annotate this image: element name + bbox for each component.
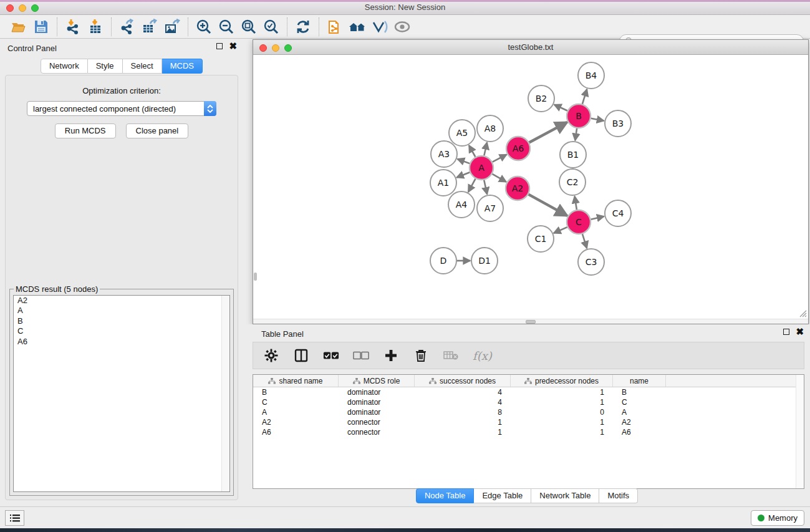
graph-node-A1[interactable]: A1 xyxy=(430,170,456,196)
graph-node-C[interactable]: C xyxy=(567,210,591,234)
zoom-fit-icon[interactable] xyxy=(238,17,260,37)
cell-successor-nodes[interactable]: 4 xyxy=(415,388,511,397)
column-header-predecessor-nodes[interactable]: predecessor nodes xyxy=(511,375,613,387)
export-table-icon[interactable] xyxy=(138,17,161,37)
result-item[interactable]: A6 xyxy=(14,337,229,347)
graph-edge-B-B2[interactable] xyxy=(554,105,567,111)
cell-predecessor-nodes[interactable]: 1 xyxy=(511,398,613,407)
result-list-scrollbar[interactable] xyxy=(221,296,229,491)
graph-node-B3[interactable]: B3 xyxy=(605,110,631,137)
criterion-dropdown[interactable]: largest connected component (directed) xyxy=(27,101,216,116)
graph-edge-A-A7[interactable] xyxy=(484,180,487,195)
column-header-MCDS-role[interactable]: MCDS role xyxy=(339,375,415,387)
table-row[interactable]: A2connector11A2 xyxy=(253,417,804,427)
float-panel-icon[interactable] xyxy=(216,43,223,49)
cell-name[interactable]: A6 xyxy=(613,428,666,437)
result-item[interactable]: B xyxy=(14,316,229,326)
close-panel-button[interactable]: Close panel xyxy=(126,123,189,138)
hide-graphics-icon[interactable] xyxy=(369,17,391,37)
run-mcds-button[interactable]: Run MCDS xyxy=(55,123,116,138)
table-row[interactable]: A6connector11A6 xyxy=(253,427,804,437)
cell-MCDS-role[interactable]: connector xyxy=(339,428,415,437)
network-hscrollbar[interactable] xyxy=(253,319,808,324)
mcds-result-list[interactable]: A2ABCA6 xyxy=(13,295,230,492)
tab-network-table[interactable]: Network Table xyxy=(531,488,599,503)
tab-network[interactable]: Network xyxy=(41,59,88,74)
result-item[interactable]: A2 xyxy=(14,296,229,306)
graph-edge-A-A8[interactable] xyxy=(484,142,487,155)
delete-column-icon[interactable] xyxy=(413,347,429,364)
table-row[interactable]: Cdominator41C xyxy=(253,397,804,407)
tab-node-table[interactable]: Node Table xyxy=(416,488,475,503)
apply-layout-icon[interactable] xyxy=(292,17,314,37)
deselect-all-icon[interactable] xyxy=(353,347,369,364)
cell-predecessor-nodes[interactable]: 1 xyxy=(511,428,613,437)
settings-gear-icon[interactable] xyxy=(263,347,279,364)
cell-shared-name[interactable]: A2 xyxy=(253,418,339,427)
cell-shared-name[interactable]: B xyxy=(253,388,339,397)
export-image-icon[interactable] xyxy=(161,17,183,37)
tab-mcds[interactable]: MCDS xyxy=(162,59,203,74)
graph-edge-A-A5[interactable] xyxy=(469,145,475,157)
cell-name[interactable]: A xyxy=(613,408,666,417)
zoom-in-icon[interactable] xyxy=(193,17,215,37)
import-table-icon[interactable] xyxy=(84,17,107,37)
graph-node-A3[interactable]: A3 xyxy=(431,141,457,167)
graph-node-C4[interactable]: C4 xyxy=(605,200,631,226)
cell-successor-nodes[interactable]: 1 xyxy=(415,418,511,427)
column-header-shared-name[interactable]: shared name xyxy=(253,375,339,387)
graph-edge-A-A2[interactable] xyxy=(492,174,506,182)
graph-node-B1[interactable]: B1 xyxy=(560,142,586,168)
graph-edge-B-B1[interactable] xyxy=(575,128,577,140)
new-network-icon[interactable] xyxy=(324,17,346,37)
graph-node-B4[interactable]: B4 xyxy=(578,62,604,89)
cell-successor-nodes[interactable]: 1 xyxy=(415,428,511,437)
column-header-name[interactable]: name xyxy=(613,375,666,387)
graph-node-A6[interactable]: A6 xyxy=(506,137,530,160)
graph-node-B[interactable]: B xyxy=(567,104,591,128)
graph-edge-A-A6[interactable] xyxy=(493,155,507,162)
graph-edge-C-C3[interactable] xyxy=(582,234,587,248)
result-item[interactable]: A xyxy=(14,306,229,316)
graph-edge-C-C2[interactable] xyxy=(575,196,577,210)
graph-edge-B-B4[interactable] xyxy=(582,89,587,104)
cell-shared-name[interactable]: A6 xyxy=(253,428,339,437)
float-table-panel-icon[interactable] xyxy=(783,329,789,335)
graph-node-A7[interactable]: A7 xyxy=(477,195,503,221)
resize-grip-icon[interactable] xyxy=(798,309,807,317)
graph-node-D[interactable]: D xyxy=(430,248,456,274)
cell-shared-name[interactable]: C xyxy=(253,398,339,407)
node-table[interactable]: shared nameMCDS rolesuccessor nodesprede… xyxy=(253,374,804,489)
network-window-titlebar[interactable]: testGlobe.txt xyxy=(253,40,808,55)
graph-node-A4[interactable]: A4 xyxy=(448,191,475,218)
cell-name[interactable]: B xyxy=(613,388,666,397)
memory-button[interactable]: Memory xyxy=(751,510,804,526)
cell-shared-name[interactable]: A xyxy=(253,408,339,417)
cell-MCDS-role[interactable]: dominator xyxy=(339,398,415,407)
column-header-successor-nodes[interactable]: successor nodes xyxy=(415,375,511,387)
export-network-icon[interactable] xyxy=(116,17,138,37)
graph-node-A2[interactable]: A2 xyxy=(506,177,529,200)
open-session-icon[interactable] xyxy=(7,17,30,37)
graph-node-D1[interactable]: D1 xyxy=(471,248,498,274)
network-canvas[interactable]: B4B2BB3A8A5A6A3B1AA1C2A2A4A7C4CC1C3DD1 xyxy=(253,55,808,319)
tab-style[interactable]: Style xyxy=(88,59,123,74)
cell-name[interactable]: C xyxy=(613,398,666,407)
graph-edge-A-A1[interactable] xyxy=(456,172,470,177)
zoom-out-icon[interactable] xyxy=(215,17,238,37)
close-table-panel-icon[interactable]: ✖ xyxy=(796,329,804,335)
graph-edge-A-A4[interactable] xyxy=(468,179,475,192)
graph-edge-B-B3[interactable] xyxy=(591,118,604,121)
graph-node-C1[interactable]: C1 xyxy=(528,226,554,252)
add-column-icon[interactable] xyxy=(383,347,399,364)
graph-node-B2[interactable]: B2 xyxy=(528,85,554,112)
table-scrollbar[interactable] xyxy=(796,375,804,488)
show-panels-button[interactable] xyxy=(5,510,24,526)
cell-predecessor-nodes[interactable]: 1 xyxy=(511,418,613,427)
graph-edge-C-C4[interactable] xyxy=(591,216,604,220)
graph-node-A5[interactable]: A5 xyxy=(449,120,475,146)
result-item[interactable]: C xyxy=(14,326,229,336)
tab-edge-table[interactable]: Edge Table xyxy=(474,488,531,503)
cell-predecessor-nodes[interactable]: 0 xyxy=(511,408,613,417)
close-panel-icon[interactable]: ✖ xyxy=(229,43,237,49)
